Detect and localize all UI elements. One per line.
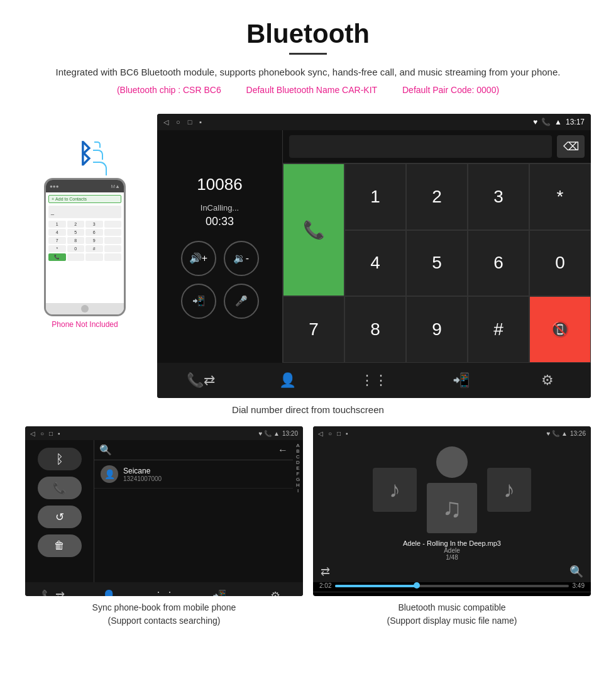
main-caption: Dial number direct from touchscreen (0, 404, 616, 415)
phonebook-screen-wrap: ◁ ○ □ ▪ ♥ 📞 ▲ 13:20 ᛒ 📞 (25, 426, 303, 628)
album-art-prev: ♪ (373, 468, 417, 512)
wave-2 (93, 150, 103, 160)
pb-bottom-settings[interactable]: ⚙ (248, 589, 303, 596)
main-android-screen: ◁ ○ □ ▪ ♥ 📞 ▲ 13:17 10086 InCalling... 0… (157, 114, 591, 398)
call-number: 10086 (197, 175, 242, 194)
microphone-button[interactable]: 🎤 (224, 284, 259, 319)
pb-bottom-contacts[interactable]: 👤 (80, 589, 136, 596)
music-nav-home[interactable]: ○ (328, 430, 332, 437)
key-2[interactable]: 2 (406, 163, 468, 230)
key-1[interactable]: 1 (344, 163, 406, 230)
spec-code: Default Pair Code: 0000) (402, 85, 499, 95)
music-nav-recents[interactable]: □ (337, 430, 341, 437)
music-status-bar: ◁ ○ □ ▪ ♥ 📞 ▲ 13:26 (313, 426, 591, 440)
volume-down-button[interactable]: 🔉- (224, 241, 259, 276)
music-artist: Adele (318, 547, 586, 554)
progress-fill (335, 585, 417, 587)
dialpad-input[interactable] (289, 135, 552, 158)
contact-row-1[interactable]: 👤 Seicane 13241007000 (94, 460, 293, 489)
key-star[interactable]: * (529, 163, 591, 230)
page-header: Bluetooth Integrated with BC6 Bluetooth … (0, 0, 616, 114)
pb-bluetooth-button[interactable]: ᛒ (38, 448, 82, 470)
phone-mockup: ●●● M▲ +Add to Contacts _ 123 456 789 *0… (44, 178, 126, 316)
bluetooth-animation: ᛒ (77, 139, 93, 169)
phonebook-body: ᛒ 📞 ↺ 🗑 🔍 ← (25, 440, 303, 582)
phone-dialpad: 123 456 789 *0# 📞 (48, 221, 121, 261)
nav-menu-icon[interactable]: ▪ (199, 118, 202, 126)
bottom-settings-icon[interactable]: ⚙ (504, 372, 591, 389)
music-android-screen: ◁ ○ □ ▪ ♥ 📞 ▲ 13:26 ♪ (313, 426, 591, 596)
progress-dot (414, 582, 420, 589)
time-total: 3:49 (573, 582, 585, 589)
key-4[interactable]: 4 (344, 230, 406, 297)
pb-phone-button[interactable]: 📞 (38, 477, 82, 499)
pb-nav-recents[interactable]: □ (49, 430, 53, 437)
album-circle (436, 446, 468, 478)
music-nav-menu[interactable]: ▪ (346, 430, 348, 437)
pb-clock: 13:20 (282, 430, 298, 437)
backspace-button[interactable]: ⌫ (557, 135, 585, 158)
play-pause-button[interactable]: ⏸ (452, 595, 497, 596)
music-info: Adele - Rolling In the Deep.mp3 Adele 1/… (313, 537, 591, 563)
music-top-controls: ⇄ 🔍 (313, 563, 591, 580)
music-note-main-icon: ♫ (442, 493, 462, 523)
contact-info: Seicane 13241007000 (123, 467, 287, 482)
phone-not-included: Phone Not Included (52, 320, 118, 329)
music-progress-bar: 2:02 3:49 (313, 580, 591, 592)
music-screen-wrap: ◁ ○ □ ▪ ♥ 📞 ▲ 13:26 ♪ (313, 426, 591, 628)
music-track-count: 1/48 (318, 554, 586, 561)
transfer-button[interactable]: 📲 (181, 284, 216, 319)
phonebook-status-bar: ◁ ○ □ ▪ ♥ 📞 ▲ 13:20 (25, 426, 303, 440)
pb-refresh-button[interactable]: ↺ (38, 506, 82, 528)
bottom-phone-icon[interactable]: 📞⇄ (157, 372, 244, 389)
bottom-transfer-icon[interactable]: 📲 (417, 372, 504, 389)
bottom-contacts-icon[interactable]: 👤 (244, 372, 331, 389)
call-panel: 10086 InCalling... 00:33 🔊+ 🔉- 📲 (157, 130, 283, 363)
phone-home-button[interactable] (81, 305, 89, 313)
main-screen-section: ᛒ ●●● M▲ +Add to Contacts _ 123 (0, 114, 616, 398)
music-note-next-icon: ♪ (503, 477, 515, 503)
key-9[interactable]: 9 (406, 296, 468, 363)
nav-home-icon[interactable]: ○ (176, 118, 180, 126)
key-3[interactable]: 3 (468, 163, 529, 230)
volume-up-button[interactable]: 🔊+ (181, 241, 216, 276)
nav-back-icon[interactable]: ◁ (163, 118, 168, 126)
wave-3 (93, 162, 107, 175)
pb-nav-menu[interactable]: ▪ (58, 430, 60, 437)
key-5[interactable]: 5 (406, 230, 468, 297)
pb-nav-home[interactable]: ○ (40, 430, 44, 437)
phone-add-contacts: +Add to Contacts (48, 195, 121, 203)
music-nav-back[interactable]: ◁ (318, 430, 323, 437)
progress-track[interactable] (335, 585, 568, 587)
title-underline (289, 53, 327, 55)
music-search-icon[interactable]: 🔍 (569, 565, 583, 578)
phone-screen: +Add to Contacts _ 123 456 789 *0# 📞 (46, 192, 124, 303)
music-signal-icon: ♥ 📞 ▲ (547, 430, 568, 437)
phonebook-sidebar: ᛒ 📞 ↺ 🗑 (25, 440, 94, 582)
equalizer-button[interactable]: ≡ (541, 595, 586, 596)
phone-aside: ᛒ ●●● M▲ +Add to Contacts _ 123 (25, 139, 145, 329)
key-7[interactable]: 7 (283, 296, 344, 363)
key-hash[interactable]: # (468, 296, 529, 363)
nav-recents-icon[interactable]: □ (188, 118, 192, 126)
key-zero[interactable]: 0 (529, 230, 591, 297)
shuffle-icon[interactable]: ⇄ (321, 565, 330, 578)
key-8[interactable]: 8 (344, 296, 406, 363)
pb-bottom-call[interactable]: 📞⇄ (25, 589, 80, 596)
call-status: InCalling... (201, 203, 239, 213)
pb-back-icon[interactable]: ← (278, 445, 288, 456)
pb-bottom-dialpad[interactable]: ⋮⋮ (136, 589, 192, 596)
call-end-button[interactable]: 📵 (529, 296, 591, 363)
android-body: 10086 InCalling... 00:33 🔊+ 🔉- 📲 (157, 130, 591, 363)
pb-nav-back[interactable]: ◁ (30, 430, 35, 437)
call-answer-button[interactable]: 📞 (283, 163, 344, 296)
pb-bottom-transfer[interactable]: 📲 (192, 589, 247, 596)
call-timer: 00:33 (206, 215, 234, 228)
status-nav-icons: ◁ ○ □ ▪ (163, 118, 202, 126)
android-bottom-bar: 📞⇄ 👤 ⋮⋮ 📲 ⚙ (157, 363, 591, 398)
pb-delete-button[interactable]: 🗑 (38, 534, 82, 557)
phone-top-bar: ●●● M▲ (46, 180, 124, 192)
bottom-dialpad-icon[interactable]: ⋮⋮ (331, 372, 417, 389)
key-6[interactable]: 6 (468, 230, 529, 297)
phonebook-main: 🔍 ← 👤 Seicane 13241007000 (94, 440, 293, 582)
